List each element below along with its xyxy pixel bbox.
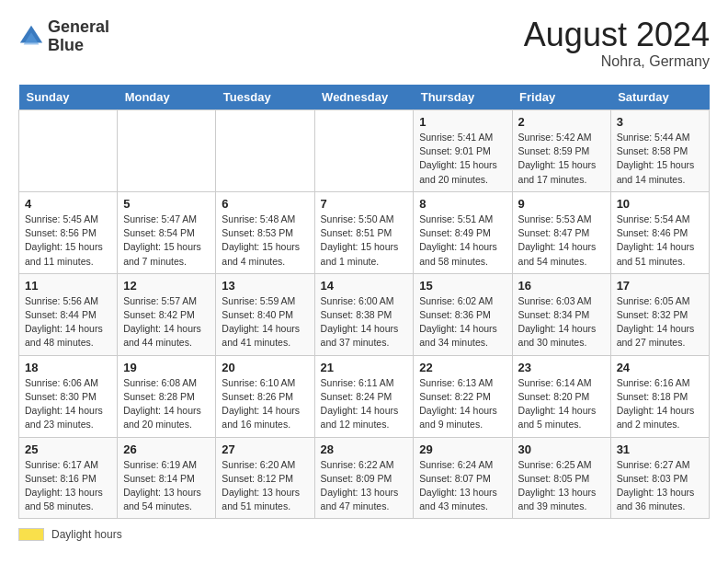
day-number: 28 xyxy=(321,442,408,456)
day-number: 17 xyxy=(617,279,703,293)
day-cell: 15Sunrise: 6:02 AM Sunset: 8:36 PM Dayli… xyxy=(414,273,512,355)
logo-line1: General xyxy=(48,18,109,37)
day-info: Sunrise: 6:13 AM Sunset: 8:22 PM Dayligh… xyxy=(419,376,506,432)
daylight-label: Daylight hours xyxy=(51,528,122,541)
week-row-3: 11Sunrise: 5:56 AM Sunset: 8:44 PM Dayli… xyxy=(19,273,710,355)
day-number: 6 xyxy=(222,197,308,211)
day-cell: 29Sunrise: 6:24 AM Sunset: 8:07 PM Dayli… xyxy=(414,437,512,519)
day-number: 16 xyxy=(518,279,605,293)
weekday-header-row: SundayMondayTuesdayWednesdayThursdayFrid… xyxy=(19,85,710,110)
day-cell: 28Sunrise: 6:22 AM Sunset: 8:09 PM Dayli… xyxy=(314,437,414,519)
day-info: Sunrise: 5:51 AM Sunset: 8:49 PM Dayligh… xyxy=(419,213,506,269)
day-info: Sunrise: 5:48 AM Sunset: 8:53 PM Dayligh… xyxy=(222,213,308,269)
day-number: 14 xyxy=(321,279,408,293)
day-number: 3 xyxy=(617,115,703,129)
day-info: Sunrise: 6:19 AM Sunset: 8:14 PM Dayligh… xyxy=(123,458,210,514)
day-info: Sunrise: 6:11 AM Sunset: 8:24 PM Dayligh… xyxy=(321,376,408,432)
day-cell: 4Sunrise: 5:45 AM Sunset: 8:56 PM Daylig… xyxy=(19,191,118,273)
logo-icon xyxy=(18,24,44,50)
day-cell: 14Sunrise: 6:00 AM Sunset: 8:38 PM Dayli… xyxy=(314,273,414,355)
weekday-sunday: Sunday xyxy=(19,85,118,110)
daylight-swatch xyxy=(18,528,44,541)
day-cell: 24Sunrise: 6:16 AM Sunset: 8:18 PM Dayli… xyxy=(610,355,709,437)
day-cell: 7Sunrise: 5:50 AM Sunset: 8:51 PM Daylig… xyxy=(314,191,414,273)
day-info: Sunrise: 5:56 AM Sunset: 8:44 PM Dayligh… xyxy=(25,294,111,350)
day-info: Sunrise: 6:08 AM Sunset: 8:28 PM Dayligh… xyxy=(123,376,210,432)
day-number: 22 xyxy=(419,361,506,374)
day-info: Sunrise: 5:45 AM Sunset: 8:56 PM Dayligh… xyxy=(25,213,111,269)
day-info: Sunrise: 6:27 AM Sunset: 8:03 PM Dayligh… xyxy=(617,458,703,514)
day-info: Sunrise: 6:16 AM Sunset: 8:18 PM Dayligh… xyxy=(617,376,703,432)
weekday-saturday: Saturday xyxy=(610,85,709,110)
weekday-monday: Monday xyxy=(118,85,216,110)
day-cell: 31Sunrise: 6:27 AM Sunset: 8:03 PM Dayli… xyxy=(610,437,709,519)
day-info: Sunrise: 5:41 AM Sunset: 9:01 PM Dayligh… xyxy=(419,131,506,187)
day-number: 29 xyxy=(419,442,506,456)
month-year: August 2024 xyxy=(524,18,710,52)
day-info: Sunrise: 6:25 AM Sunset: 8:05 PM Dayligh… xyxy=(518,458,605,514)
day-cell: 25Sunrise: 6:17 AM Sunset: 8:16 PM Dayli… xyxy=(19,437,118,519)
day-number: 20 xyxy=(222,361,308,374)
day-info: Sunrise: 5:47 AM Sunset: 8:54 PM Dayligh… xyxy=(123,213,210,269)
week-row-2: 4Sunrise: 5:45 AM Sunset: 8:56 PM Daylig… xyxy=(19,191,710,273)
day-info: Sunrise: 5:54 AM Sunset: 8:46 PM Dayligh… xyxy=(617,213,703,269)
day-cell: 17Sunrise: 6:05 AM Sunset: 8:32 PM Dayli… xyxy=(610,273,709,355)
day-info: Sunrise: 5:57 AM Sunset: 8:42 PM Dayligh… xyxy=(123,294,210,350)
day-cell xyxy=(216,110,314,192)
day-info: Sunrise: 6:20 AM Sunset: 8:12 PM Dayligh… xyxy=(222,458,308,514)
day-number: 10 xyxy=(617,197,703,211)
day-info: Sunrise: 6:03 AM Sunset: 8:34 PM Dayligh… xyxy=(518,294,605,350)
day-number: 1 xyxy=(419,115,506,129)
day-number: 30 xyxy=(518,442,605,456)
day-cell: 21Sunrise: 6:11 AM Sunset: 8:24 PM Dayli… xyxy=(314,355,414,437)
day-cell: 20Sunrise: 6:10 AM Sunset: 8:26 PM Dayli… xyxy=(216,355,314,437)
day-info: Sunrise: 5:50 AM Sunset: 8:51 PM Dayligh… xyxy=(321,213,408,269)
week-row-5: 25Sunrise: 6:17 AM Sunset: 8:16 PM Dayli… xyxy=(19,437,710,519)
footer: Daylight hours xyxy=(18,528,710,541)
weekday-wednesday: Wednesday xyxy=(314,85,414,110)
day-info: Sunrise: 6:17 AM Sunset: 8:16 PM Dayligh… xyxy=(25,458,111,514)
day-number: 2 xyxy=(518,115,605,129)
day-number: 13 xyxy=(222,279,308,293)
day-info: Sunrise: 6:02 AM Sunset: 8:36 PM Dayligh… xyxy=(419,294,506,350)
logo: General Blue xyxy=(18,18,109,55)
day-cell: 3Sunrise: 5:44 AM Sunset: 8:58 PM Daylig… xyxy=(610,110,709,192)
day-info: Sunrise: 6:05 AM Sunset: 8:32 PM Dayligh… xyxy=(617,294,703,350)
calendar-table: SundayMondayTuesdayWednesdayThursdayFrid… xyxy=(18,85,710,519)
day-info: Sunrise: 6:00 AM Sunset: 8:38 PM Dayligh… xyxy=(321,294,408,350)
day-info: Sunrise: 6:24 AM Sunset: 8:07 PM Dayligh… xyxy=(419,458,506,514)
day-number: 8 xyxy=(419,197,506,211)
day-cell: 13Sunrise: 5:59 AM Sunset: 8:40 PM Dayli… xyxy=(216,273,314,355)
weekday-tuesday: Tuesday xyxy=(216,85,314,110)
day-cell: 23Sunrise: 6:14 AM Sunset: 8:20 PM Dayli… xyxy=(512,355,610,437)
day-number: 15 xyxy=(419,279,506,293)
day-cell: 10Sunrise: 5:54 AM Sunset: 8:46 PM Dayli… xyxy=(610,191,709,273)
day-number: 31 xyxy=(617,442,703,456)
day-number: 24 xyxy=(617,361,703,374)
day-cell: 26Sunrise: 6:19 AM Sunset: 8:14 PM Dayli… xyxy=(118,437,216,519)
day-cell: 19Sunrise: 6:08 AM Sunset: 8:28 PM Dayli… xyxy=(118,355,216,437)
day-number: 23 xyxy=(518,361,605,374)
day-cell xyxy=(19,110,118,192)
day-info: Sunrise: 6:06 AM Sunset: 8:30 PM Dayligh… xyxy=(25,376,111,432)
day-number: 7 xyxy=(321,197,408,211)
day-cell: 2Sunrise: 5:42 AM Sunset: 8:59 PM Daylig… xyxy=(512,110,610,192)
day-number: 12 xyxy=(123,279,210,293)
page-header: General Blue August 2024 Nohra, Germany xyxy=(18,18,710,70)
day-number: 9 xyxy=(518,197,605,211)
week-row-1: 1Sunrise: 5:41 AM Sunset: 9:01 PM Daylig… xyxy=(19,110,710,192)
location: Nohra, Germany xyxy=(524,53,710,70)
day-number: 27 xyxy=(222,442,308,456)
day-cell: 30Sunrise: 6:25 AM Sunset: 8:05 PM Dayli… xyxy=(512,437,610,519)
day-number: 25 xyxy=(25,442,111,456)
day-cell: 22Sunrise: 6:13 AM Sunset: 8:22 PM Dayli… xyxy=(414,355,512,437)
day-cell: 6Sunrise: 5:48 AM Sunset: 8:53 PM Daylig… xyxy=(216,191,314,273)
logo-line2: Blue xyxy=(48,37,109,55)
day-number: 11 xyxy=(25,279,111,293)
weekday-thursday: Thursday xyxy=(414,85,512,110)
day-cell xyxy=(118,110,216,192)
day-number: 19 xyxy=(123,361,210,374)
day-cell: 9Sunrise: 5:53 AM Sunset: 8:47 PM Daylig… xyxy=(512,191,610,273)
weekday-friday: Friday xyxy=(512,85,610,110)
day-info: Sunrise: 5:59 AM Sunset: 8:40 PM Dayligh… xyxy=(222,294,308,350)
